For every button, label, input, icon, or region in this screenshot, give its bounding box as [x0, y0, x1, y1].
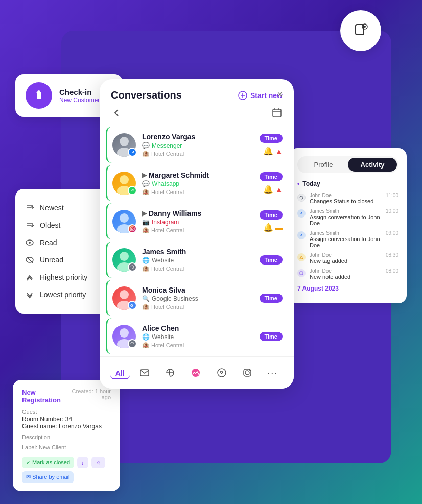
svg-rect-17: [273, 109, 281, 117]
newest-icon: [25, 203, 35, 212]
start-new-button[interactable]: Start new: [238, 91, 283, 100]
svg-point-41: [218, 369, 226, 377]
filter-unread[interactable]: Unread: [25, 251, 106, 269]
close-button[interactable]: ×: [277, 89, 283, 100]
conv-item-james[interactable]: James Smith 🌐 Website 🏨 Hotel Central Ti…: [106, 242, 288, 278]
conv-location-lorenzo: 🏨 Hotel Central: [142, 150, 253, 157]
svg-point-30: [131, 228, 133, 230]
activity-dot-4: [297, 269, 306, 277]
avatar-wrap-alice: [112, 325, 136, 348]
activity-tab-group: Profile Activity: [297, 156, 398, 173]
svg-text:G: G: [130, 304, 133, 307]
conv-item-lorenzo[interactable]: Lorenzo Vargas 💬 Messenger 🏨 Hotel Centr…: [106, 127, 288, 163]
conv-name-lorenzo: Lorenzo Vargas: [142, 133, 253, 141]
tab-more[interactable]: ···: [262, 365, 283, 381]
filter-newest-label: Newest: [40, 204, 64, 212]
conv-location-james: 🏨 Hotel Central: [142, 265, 253, 272]
checkin-subtitle: New Customer: [59, 97, 100, 104]
notification-icon[interactable]: [340, 10, 381, 51]
svg-point-3: [37, 90, 40, 93]
checkin-info: Check-in New Customer: [59, 88, 100, 104]
reg-created: Created: 1 hour ago: [68, 388, 111, 400]
svg-point-36: [120, 328, 129, 338]
svg-point-40: [192, 369, 200, 377]
conv-item-margaret[interactable]: ▶ Margaret Schmidt 💬 Whatsapp 🏨 Hotel Ce…: [106, 165, 288, 201]
filter-lowest-priority[interactable]: Lowest priority: [25, 286, 106, 303]
svg-point-43: [245, 371, 249, 375]
conversations-panel: Conversations Start new ×: [100, 79, 294, 389]
print-button[interactable]: 🖨: [91, 457, 105, 468]
filter-lowest-label: Lowest priority: [40, 291, 86, 299]
time-badge-lorenzo: Time: [260, 134, 283, 143]
avatar-wrap-margaret: [112, 172, 136, 195]
conv-location-alice: 🏨 Hotel Central: [142, 342, 253, 348]
svg-rect-29: [130, 227, 134, 231]
conv-name-margaret: ▶ Margaret Schmidt: [142, 171, 253, 179]
conv-meta-james: Time: [260, 255, 283, 265]
filter-unread-label: Unread: [40, 256, 63, 264]
conv-info-james: James Smith 🌐 Website 🏨 Hotel Central: [142, 248, 253, 272]
activity-text-1: James Smith Assign conversation to John …: [310, 208, 382, 226]
conv-channel-james: 🌐 Website: [142, 257, 253, 264]
svg-point-31: [120, 252, 129, 261]
conv-item-alice[interactable]: Alice Chen 🌐 Website 🏨 Hotel Central Tim…: [106, 318, 288, 354]
filter-highest-label: Highest priority: [40, 273, 87, 281]
svg-point-33: [120, 290, 129, 299]
back-button[interactable]: [111, 107, 122, 121]
tab-profile[interactable]: Profile: [299, 158, 348, 172]
conv-actions-margaret: 🔔 ▲: [263, 184, 283, 194]
reg-actions: ✓ Mark as closed ↓ 🖨 ✉ Share by email: [22, 457, 111, 483]
conv-channel-danny: 📷 Instagram: [142, 219, 253, 226]
reg-guest-label: Guest: [22, 409, 111, 415]
filter-newest[interactable]: Newest: [25, 199, 106, 217]
bell-icon-danny: 🔔: [263, 223, 273, 232]
activity-dot-0: [297, 194, 306, 202]
reg-title: New Registration: [22, 389, 68, 404]
priority-up-icon-margaret: ▲: [275, 185, 283, 194]
activity-item-1: James Smith Assign conversation to John …: [297, 208, 398, 226]
svg-point-44: [249, 370, 250, 371]
tab-all[interactable]: All: [110, 366, 130, 379]
svg-point-21: [120, 137, 129, 146]
mark-closed-button[interactable]: ✓ Mark as closed: [22, 457, 74, 468]
conv-meta-alice: Time: [260, 332, 283, 341]
calendar-button[interactable]: [271, 107, 283, 121]
conv-meta-lorenzo: Time 🔔 ▲: [260, 134, 283, 156]
conv-channel-lorenzo: 💬 Messenger: [142, 142, 253, 149]
conv-info-alice: Alice Chen 🌐 Website 🏨 Hotel Central: [142, 324, 253, 348]
time-badge-james: Time: [260, 255, 283, 265]
time-badge-margaret: Time: [260, 172, 283, 181]
avatar-wrap-monica: G: [112, 286, 136, 310]
tab-whatsapp[interactable]: [212, 365, 232, 381]
svg-point-24: [120, 175, 129, 184]
messenger-badge-lorenzo: [128, 148, 137, 157]
conv-actions-lorenzo: 🔔 ▲: [263, 146, 283, 156]
tab-email[interactable]: [134, 365, 155, 381]
activity-text-0: John Doe Changes Status to closed: [310, 193, 382, 204]
tab-activity[interactable]: Activity: [348, 158, 397, 172]
reg-guest-name: Guest name: Lorenzo Vargas: [22, 423, 111, 430]
conv-meta-margaret: Time 🔔 ▲: [260, 172, 283, 194]
filter-highest-priority[interactable]: Highest priority: [25, 269, 106, 286]
activity-panel: Profile Activity • Today John Doe Change…: [289, 148, 407, 303]
download-button[interactable]: ↓: [77, 457, 88, 468]
avatar-wrap-lorenzo: [112, 133, 136, 157]
conv-item-danny[interactable]: ▶ Danny Williams 📷 Instagram 🏨 Hotel Cen…: [106, 203, 288, 239]
conv-name-alice: Alice Chen: [142, 324, 253, 332]
tab-website[interactable]: [160, 365, 180, 381]
tab-instagram[interactable]: [237, 365, 257, 381]
tab-messenger[interactable]: [185, 364, 206, 381]
svg-rect-47: [300, 272, 303, 275]
time-badge-danny: Time: [260, 210, 283, 220]
filter-oldest[interactable]: Oldest: [25, 217, 106, 234]
conv-meta-danny: Time 🔔 ▬: [260, 210, 283, 232]
svg-rect-38: [140, 370, 149, 376]
conv-list: Lorenzo Vargas 💬 Messenger 🏨 Hotel Centr…: [100, 127, 294, 356]
conv-item-monica[interactable]: G Monica Silva 🔍 Google Business 🏨 Hotel…: [106, 280, 288, 316]
activity-item-2: James Smith Assign conversation to John …: [297, 230, 398, 248]
filter-read[interactable]: Read: [25, 234, 106, 251]
conv-location-margaret: 🏨 Hotel Central: [142, 188, 253, 195]
conv-meta-monica: Time: [260, 294, 283, 303]
share-email-button[interactable]: ✉ Share by email: [22, 471, 74, 483]
read-icon: [25, 238, 35, 247]
